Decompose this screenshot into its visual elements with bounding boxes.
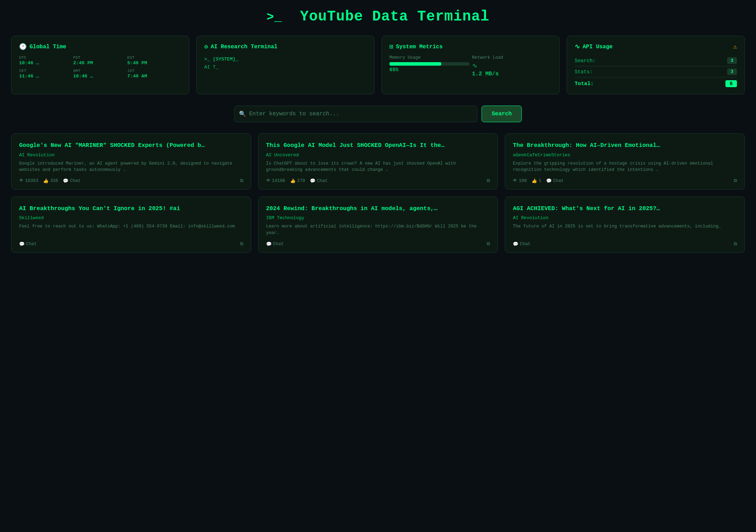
video-stats-2: 👁 100 👍 1 💬 Chat ⧉ xyxy=(513,178,737,184)
chat-icon-5: 💬 xyxy=(513,241,518,247)
chat-link-3[interactable]: 💬 Chat xyxy=(19,241,37,247)
video-title-3: AI Breakthroughs You Can't Ignore in 202… xyxy=(19,205,243,213)
thumbsup-icon-1: 👍 xyxy=(290,178,296,184)
chat-link-2[interactable]: 💬 Chat xyxy=(546,178,564,184)
api-usage-widget: ∿ API Usage ⚠ Search: 3 Stats: 3 Total: … xyxy=(567,36,745,94)
external-link-2[interactable]: ⧉ xyxy=(734,178,737,183)
memory-progress-fill xyxy=(389,62,441,66)
memory-progress-bg xyxy=(389,62,469,66)
search-input[interactable] xyxy=(234,106,477,122)
api-usage-title: ∿ API Usage ⚠ xyxy=(575,43,737,50)
search-button[interactable]: Search xyxy=(482,106,522,122)
thumbsup-icon-2: 👍 xyxy=(532,178,537,184)
metrics-grid: Memory Usage 65% Network Load ∿ 1.2 MB/s xyxy=(389,55,552,77)
eye-icon-2: 👁 xyxy=(513,178,517,183)
video-card-2: The Breakthrough: How AI–Driven Emotiona… xyxy=(505,133,745,190)
eye-icon-1: 👁 xyxy=(266,178,271,183)
chat-icon-3: 💬 xyxy=(19,241,25,247)
time-est: EST 5:46 PM xyxy=(127,55,181,66)
video-card-4: 2024 Rewind: Breakthroughs in AI models,… xyxy=(258,197,498,253)
terminal-output: >_ [SYSTEM]_ AI T_ xyxy=(204,55,367,71)
cpu-icon: ⊡ xyxy=(389,43,393,50)
chat-link-5[interactable]: 💬 Chat xyxy=(513,241,531,247)
views-stat-2: 👁 100 xyxy=(513,178,527,183)
likes-stat-1: 👍 270 xyxy=(290,178,305,184)
video-card-5: AGI ACHIEVED: What's Next for AI in 2025… xyxy=(505,197,745,253)
video-card-0: Google's New AI "MARINER" SHOCKED Expert… xyxy=(11,133,251,190)
chat-icon-4: 💬 xyxy=(266,241,272,247)
system-metrics-title: ⊡ System Metrics xyxy=(389,43,552,50)
video-description-2: Explore the gripping resolution of a hos… xyxy=(513,160,737,173)
video-stats-3: 💬 Chat ⧉ xyxy=(19,241,243,247)
video-channel-3: Skillweed xyxy=(19,215,243,221)
widgets-row: 🕐 Global Time UTC 10:46 … PST 2:46 PM ES… xyxy=(11,36,745,94)
likes-stat-2: 👍 1 xyxy=(532,178,541,184)
time-jst: JST 7:46 AM xyxy=(127,68,181,79)
external-link-5[interactable]: ⧉ xyxy=(734,241,737,247)
api-stats-row: Stats: 3 xyxy=(575,66,737,77)
warning-icon: ⚠ xyxy=(733,43,737,50)
chat-icon-2: 💬 xyxy=(546,178,552,184)
wave-icon: ∿ xyxy=(575,43,580,50)
ai-terminal-widget: ⚙ AI Research Terminal >_ [SYSTEM]_ AI T… xyxy=(196,36,375,94)
video-description-0: Google introduced Mariner, an AI agent p… xyxy=(19,160,243,173)
search-icon: 🔍 xyxy=(239,110,246,117)
video-title-5: AGI ACHIEVED: What's Next for AI in 2025… xyxy=(513,205,737,213)
video-channel-5: AI Revolution xyxy=(513,215,737,221)
video-stats-5: 💬 Chat ⧉ xyxy=(513,241,737,247)
video-stats-4: 💬 Chat ⧉ xyxy=(266,241,490,247)
external-link-1[interactable]: ⧉ xyxy=(487,178,490,183)
chat-link-1[interactable]: 💬 Chat xyxy=(310,178,328,184)
search-input-wrapper: 🔍 xyxy=(234,106,477,122)
external-link-4[interactable]: ⧉ xyxy=(487,241,490,247)
chat-link-4[interactable]: 💬 Chat xyxy=(266,241,284,247)
search-bar-container: 🔍 Search xyxy=(11,106,745,122)
prompt-symbol: >_ xyxy=(266,10,282,24)
page-title: >_ YouTube Data Terminal xyxy=(11,8,745,25)
clock-icon: 🕐 xyxy=(19,43,27,50)
video-title-0: Google's New AI "MARINER" SHOCKED Expert… xyxy=(19,141,243,150)
video-cards-grid: Google's New AI "MARINER" SHOCKED Expert… xyxy=(11,133,745,253)
time-grid: UTC 10:46 … PST 2:46 PM EST 5:46 PM CET … xyxy=(19,55,181,79)
external-link-3[interactable]: ⧉ xyxy=(240,241,243,247)
thumbsup-icon-0: 👍 xyxy=(43,178,49,184)
global-time-title: 🕐 Global Time xyxy=(19,43,181,50)
video-title-1: This Google AI Model Just SHOCKED OpenAI… xyxy=(266,141,490,150)
video-title-4: 2024 Rewind: Breakthroughs in AI models,… xyxy=(266,205,490,213)
video-channel-4: IBM Technology xyxy=(266,215,490,221)
video-card-3: AI Breakthroughs You Can't Ignore in 202… xyxy=(11,197,251,253)
video-channel-0: AI Revolution xyxy=(19,152,243,158)
memory-metric: Memory Usage 65% xyxy=(389,55,469,77)
video-stats-0: 👁 10363 👍 336 💬 Chat ⧉ xyxy=(19,178,243,184)
video-channel-1: AI Uncovered xyxy=(266,152,490,158)
video-channel-2: aGeekCafeCrimeStories xyxy=(513,152,737,158)
likes-stat-0: 👍 336 xyxy=(43,178,58,184)
video-description-5: The future of AI in 2025 is set to bring… xyxy=(513,223,737,236)
time-utc: UTC 10:46 … xyxy=(19,55,73,66)
external-link-0[interactable]: ⧉ xyxy=(240,178,243,183)
video-card-1: This Google AI Model Just SHOCKED OpenAI… xyxy=(258,133,498,190)
time-cet: CET 11:46 … xyxy=(19,68,73,79)
global-time-widget: 🕐 Global Time UTC 10:46 … PST 2:46 PM ES… xyxy=(11,36,189,94)
chat-icon-1: 💬 xyxy=(310,178,315,184)
api-search-row: Search: 3 xyxy=(575,55,737,66)
video-description-3: Feel free to reach out to us: WhatsApp: … xyxy=(19,223,243,236)
video-stats-1: 👁 14106 👍 270 💬 Chat ⧉ xyxy=(266,178,490,184)
chat-link-0[interactable]: 💬 Chat xyxy=(63,178,81,184)
api-rows: Search: 3 Stats: 3 Total: 6 xyxy=(575,55,737,87)
network-metric: Network Load ∿ 1.2 MB/s xyxy=(472,55,552,77)
views-stat-1: 👁 14106 xyxy=(266,178,285,183)
video-description-4: Learn more about artificial intelligence… xyxy=(266,223,490,236)
views-stat-0: 👁 10363 xyxy=(19,178,38,183)
time-gmt: GMT 10:46 … xyxy=(73,68,128,79)
api-total-row: Total: 6 xyxy=(575,77,737,87)
video-title-2: The Breakthrough: How AI–Driven Emotiona… xyxy=(513,141,737,150)
system-metrics-widget: ⊡ System Metrics Memory Usage 65% Networ… xyxy=(381,36,560,94)
gear-icon: ⚙ xyxy=(204,43,208,50)
video-description-1: Is ChatGPT about to lose its crown? A ne… xyxy=(266,160,490,173)
eye-icon-0: 👁 xyxy=(19,178,24,183)
chat-icon-0: 💬 xyxy=(63,178,68,184)
time-pst: PST 2:46 PM xyxy=(73,55,128,66)
ai-terminal-title: ⚙ AI Research Terminal xyxy=(204,43,367,50)
